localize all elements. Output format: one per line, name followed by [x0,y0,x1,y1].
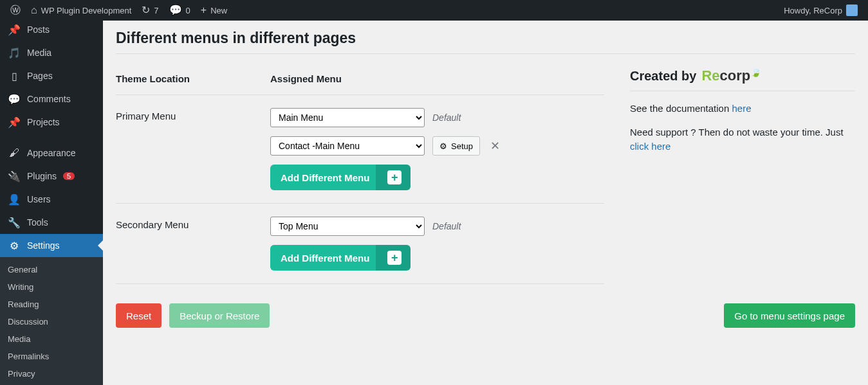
default-label: Default [432,112,461,123]
sidebar-item-label: Media [27,48,51,58]
sidebar-item-users[interactable]: 👤Users [0,188,103,211]
location-assigned: Top MenuDefaultAdd Different Menu+ [270,204,604,284]
remove-icon[interactable]: ✕ [488,139,503,153]
settings-submenu: General Writing Reading Discussion Media… [0,257,103,385]
sub-item-general[interactable]: General [0,261,103,278]
sidebar-item-pages[interactable]: ▯Pages [0,64,103,87]
sidebar-item-label: Projects [27,117,60,127]
account-link[interactable]: Howdy, ReCorp [779,0,863,21]
action-buttons: Reset Beckup or Restore Go to menu setti… [116,303,855,328]
sidebar-item-tools[interactable]: 🔧Tools [0,211,103,234]
refresh-icon: ↻ [142,5,150,15]
pin-icon: 📌 [8,23,21,36]
th-assigned: Assigned Menu [270,67,604,95]
sidebar-item-label: Comments [27,94,71,104]
setup-label: Setup [451,141,473,151]
support-link[interactable]: click here [630,141,670,152]
assigned-menu-select[interactable]: Top Menu [270,217,425,236]
extra-menu-select[interactable]: Contact -Main Menu [270,136,425,156]
pin-icon: 📌 [8,116,21,129]
add-menu-label: Add Different Menu [281,253,369,264]
sliders-icon: ⚙ [8,239,21,252]
wp-logo[interactable]: ⓦ [5,0,26,21]
sub-item-writing[interactable]: Writing [0,278,103,296]
new-content-link[interactable]: +New [196,0,232,21]
sub-item-permalinks[interactable]: Permalinks [0,348,103,365]
location-name: Primary Menu [116,95,270,204]
plus-icon: + [201,5,207,15]
plug-icon: 🔌 [8,170,21,183]
sidebar-item-label: Pages [27,71,53,81]
sub-item-discussion[interactable]: Discussion [0,313,103,330]
sub-item-media[interactable]: Media [0,330,103,348]
sidebar-item-appearance[interactable]: 🖌Appearance [0,141,103,165]
sub-item-reading[interactable]: Reading [0,296,103,313]
comments-link[interactable]: 💬0 [164,0,196,21]
sub-item-privacy[interactable]: Privacy [0,365,103,382]
wrench-icon: 🔧 [8,216,21,229]
updates-link[interactable]: ↻7 [136,0,163,21]
admin-toolbar: ⓦ ⌂WP Plugin Development ↻7 💬0 +New Howd… [0,0,868,21]
sidebar-item-label: Posts [27,24,50,35]
plugins-update-badge: 5 [63,172,75,180]
reset-button[interactable]: Reset [116,303,162,328]
support-text: Need support ? Then do not waste your ti… [630,125,855,154]
setup-button[interactable]: ⚙Setup [432,136,480,156]
sidebar-item-label: Appearance [27,148,76,158]
add-menu-label: Add Different Menu [281,172,369,183]
home-icon: ⌂ [31,5,37,15]
add-different-menu-button[interactable]: Add Different Menu+ [270,165,411,190]
sidebar-item-posts[interactable]: 📌Posts [0,21,103,41]
sidebar-item-label: Settings [27,240,60,251]
page-icon: ▯ [8,69,21,82]
location-assigned: Main MenuDefaultContact -Main Menu⚙Setup… [270,95,604,204]
comment-icon: 💬 [8,93,21,105]
plus-icon: + [387,170,402,184]
sub-item-different-menus[interactable]: Different Menus [0,382,103,385]
created-by-label: Created by [630,69,696,84]
media-icon: 🎵 [8,46,21,59]
doc-link[interactable]: here [732,103,751,114]
goto-menu-settings-button[interactable]: Go to menu settings page [724,303,855,328]
sidebar-item-comments[interactable]: 💬Comments [0,87,103,111]
brush-icon: 🖌 [8,147,21,159]
doc-text: See the documentation here [630,102,855,116]
plus-icon: + [387,251,402,265]
assigned-menu-select[interactable]: Main Menu [270,108,425,127]
sidebar-column: Created by Recorp🍃 See the documentation… [623,67,855,284]
sidebar-item-projects[interactable]: 📌Projects [0,111,103,134]
sidebar-item-label: Plugins [27,171,57,181]
sidebar-item-plugins[interactable]: 🔌Plugins5 [0,165,103,188]
add-different-menu-button[interactable]: Add Different Menu+ [270,245,411,271]
site-name-link[interactable]: ⌂WP Plugin Development [26,0,136,21]
content-area: Different menus in different pages Theme… [103,21,868,385]
sidebar-item-label: Tools [27,217,48,228]
backup-restore-button[interactable]: Beckup or Restore [169,303,270,328]
site-name-label: WP Plugin Development [41,6,132,15]
updates-count: 7 [154,6,158,15]
wordpress-icon: ⓦ [10,5,21,15]
sidebar-item-label: Users [27,194,51,204]
avatar [846,4,858,16]
default-label: Default [432,221,461,231]
locations-table: Theme Location Assigned Menu Primary Men… [116,67,604,284]
main-column: Theme Location Assigned Menu Primary Men… [116,67,604,284]
comment-icon: 💬 [169,5,182,15]
th-location: Theme Location [116,67,270,95]
created-by-heading: Created by Recorp🍃 [630,67,855,84]
brand-logo: Recorp🍃 [701,67,761,84]
gear-icon: ⚙ [439,141,447,151]
sidebar-item-settings[interactable]: ⚙Settings [0,234,103,257]
sidebar-item-media[interactable]: 🎵Media [0,41,103,64]
user-icon: 👤 [8,193,21,206]
page-title: Different menus in different pages [116,27,855,53]
admin-sidebar: 📌Posts 🎵Media ▯Pages 💬Comments 📌Projects… [0,21,103,385]
location-name: Secondary Menu [116,204,270,284]
comments-count: 0 [186,6,190,15]
howdy-label: Howdy, ReCorp [784,6,842,15]
new-label: New [210,6,227,15]
